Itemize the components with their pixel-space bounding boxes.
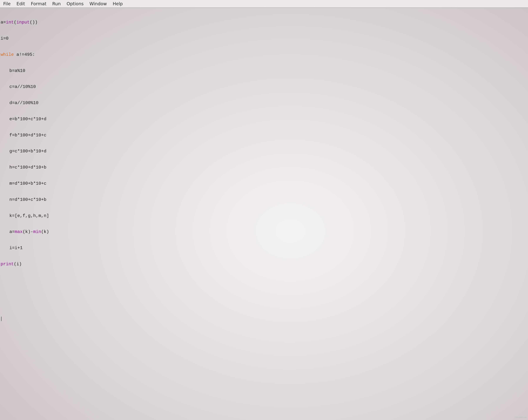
code-token-builtin: print (0, 262, 14, 267)
code-token: k=[e,f,g,h,m,n] (9, 213, 49, 218)
code-token-builtin: max (15, 229, 23, 234)
code-line: a=int(input()) (0, 20, 528, 25)
code-line: c=a//10%10 (0, 84, 528, 90)
code-token: i=0 (0, 36, 9, 41)
code-token: ()) (30, 20, 37, 25)
code-token: g=c*100+b*10+d (9, 149, 46, 154)
code-token: a= (0, 20, 6, 25)
cursor-line (0, 316, 528, 321)
code-line: b=a%10 (0, 68, 528, 73)
menu-window[interactable]: Window (89, 1, 108, 7)
code-token: d=a//100%10 (9, 100, 38, 105)
menubar: File Edit Format Run Options Window Help (0, 0, 528, 8)
code-line: e=b*100+c*10+d (0, 116, 528, 122)
code-line: while a!=495: (0, 52, 528, 57)
code-line: print(i) (0, 262, 528, 267)
menu-help[interactable]: Help (112, 1, 124, 7)
code-token: c=a//10%10 (9, 84, 36, 89)
code-editor[interactable]: a=int(input()) i=0 while a!=495: b=a%10 … (0, 8, 528, 328)
code-line: i=i+1 (0, 245, 528, 251)
text-cursor (1, 317, 1, 321)
code-token: b=a%10 (9, 68, 25, 73)
code-token: (k) (41, 229, 49, 234)
menu-options[interactable]: Options (66, 1, 84, 7)
code-token: (i) (14, 262, 22, 267)
menu-edit[interactable]: Edit (16, 1, 26, 7)
code-line: g=c*100+b*10+d (0, 149, 528, 154)
watermark: CSDN @西瓜小精 (515, 417, 527, 419)
code-token: f=b*100+d*10+c (9, 133, 46, 138)
code-token: e=b*100+c*10+d (9, 117, 46, 121)
menu-file[interactable]: File (2, 1, 12, 7)
code-token-builtin: int (6, 20, 14, 25)
code-token-builtin: input (16, 20, 30, 25)
code-line: k=[e,f,g,h,m,n] (0, 213, 528, 219)
code-line: h=c*100+d*10+b (0, 165, 528, 170)
code-token: ( (14, 20, 16, 25)
code-token-builtin: min (33, 229, 41, 234)
code-token: h=c*100+d*10+b (9, 165, 46, 170)
menu-run[interactable]: Run (51, 1, 62, 7)
code-line: i=0 (0, 36, 528, 41)
code-line: f=b*100+d*10+c (0, 132, 528, 138)
code-line: a=max(k)-min(k) (0, 229, 528, 235)
menu-format[interactable]: Format (30, 1, 47, 7)
code-token: n=d*100+c*10+b (9, 197, 46, 202)
code-token: (k)- (23, 229, 33, 234)
code-token: a= (9, 229, 15, 234)
code-line: d=a//100%10 (0, 100, 528, 106)
code-token: a!=495: (14, 52, 35, 57)
code-token: i=i+1 (9, 245, 23, 251)
code-token: m=d*100+b*10+c (9, 181, 46, 186)
code-line: n=d*100+c*10+b (0, 197, 528, 203)
code-line: m=d*100+b*10+c (0, 181, 528, 186)
code-token-keyword: while (0, 52, 14, 57)
